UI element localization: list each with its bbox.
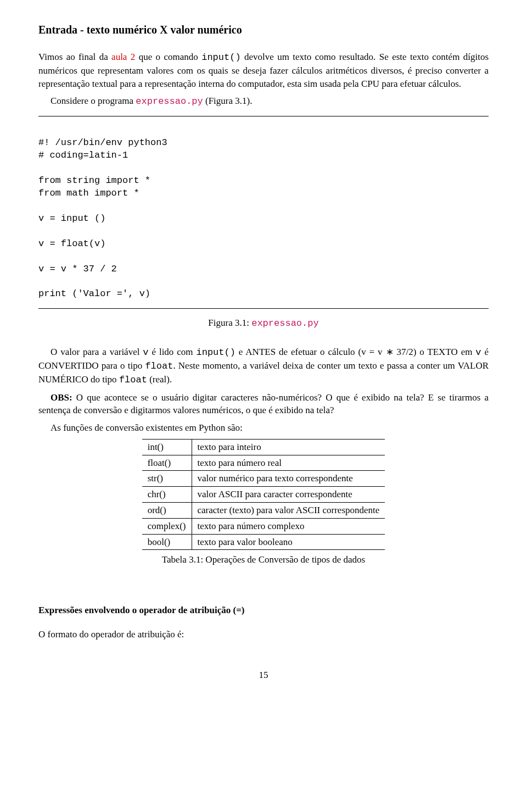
paragraph-funcs: As funções de conversão existentes em Py… (38, 421, 489, 435)
fn-cell: str() (142, 471, 192, 487)
caption-label: Figura 3.1: (208, 318, 251, 328)
table-row: int()texto para inteiro (142, 439, 385, 455)
paragraph-explain: O valor para a variável v é lido com inp… (38, 346, 489, 386)
code-line: v = v * 37 / 2 (38, 264, 117, 274)
table-row: chr()valor ASCII para caracter correspon… (142, 487, 385, 503)
table-caption: Tabela 3.1: Operações de Conversão de ti… (38, 553, 489, 566)
figure-caption: Figura 3.1: expressao.py (38, 316, 489, 330)
desc-cell: texto para inteiro (192, 439, 385, 455)
table-row: ord()caracter (texto) para valor ASCII c… (142, 503, 385, 519)
text: (Figura 3.1). (203, 96, 253, 106)
code-line: from string import * (38, 175, 150, 186)
code-inline-expressao: expressao.py (136, 96, 203, 107)
fn-cell: int() (142, 439, 192, 455)
text: é lido com (149, 347, 197, 357)
table-row: float()texto para número real (142, 455, 385, 471)
fn-cell: float() (142, 455, 192, 471)
paragraph-obs: OBS: O que acontece se o usuário digitar… (38, 391, 489, 418)
desc-cell: valor ASCII para caracter correspondente (192, 487, 385, 503)
desc-cell: caracter (texto) para valor ASCII corres… (192, 503, 385, 519)
code-inline-float2: float (119, 375, 147, 385)
code-line: v = input () (38, 213, 105, 224)
table-row: bool()texto para valor booleano (142, 534, 385, 550)
code-inline-v: v (143, 347, 148, 358)
code-line: # coding=latin-1 (38, 150, 128, 160)
code-rule-bottom (38, 308, 489, 309)
fn-cell: ord() (142, 503, 192, 519)
text: O que acontece se o usuário digitar cara… (38, 392, 489, 416)
obs-label: OBS: (51, 392, 72, 403)
caption-filename: expressao.py (251, 318, 318, 329)
fn-cell: chr() (142, 487, 192, 503)
code-line: v = float(v) (38, 238, 105, 249)
paragraph-consider: Considere o programa expressao.py (Figur… (38, 94, 489, 108)
page-number: 15 (38, 669, 489, 682)
text: Considere o programa (51, 96, 136, 106)
link-aula2[interactable]: aula 2 (111, 52, 135, 62)
text: (real). (147, 374, 172, 385)
desc-cell: texto para número complexo (192, 518, 385, 534)
code-inline-input2: input() (196, 347, 235, 358)
text: Vimos ao final da (38, 52, 111, 62)
table-row: complex()texto para número complexo (142, 518, 385, 534)
text: que o comando (135, 52, 201, 62)
code-line: from math import * (38, 188, 139, 198)
text: e ANTES de efetuar o cálculo (v = v ∗ 37… (236, 347, 475, 357)
desc-cell: texto para número real (192, 455, 385, 471)
paragraph-format: O formato do operador de atribuição é: (38, 628, 489, 641)
table-row: str()valor numérico para texto correspon… (142, 471, 385, 487)
code-inline-v2: v (475, 347, 481, 358)
code-inline-input: input() (201, 52, 240, 63)
section-heading: Entrada - texto numérico X valor numéric… (38, 22, 489, 37)
desc-cell: texto para valor booleano (192, 534, 385, 550)
code-listing: #! /usr/bin/env python3 # coding=latin-1… (38, 124, 489, 301)
code-line: print ('Valor =', v) (38, 288, 150, 299)
text: O valor para a variável (51, 347, 143, 357)
fn-cell: bool() (142, 534, 192, 550)
paragraph-intro: Vimos ao final da aula 2 que o comando i… (38, 51, 489, 90)
code-line: #! /usr/bin/env python3 (38, 137, 167, 148)
code-inline-float: float (145, 361, 173, 371)
desc-cell: valor numérico para texto correspondente (192, 471, 385, 487)
subsection-heading: Expressões envolvendo o operador de atri… (38, 604, 489, 617)
conversion-table: int()texto para inteiro float()texto par… (142, 439, 385, 550)
fn-cell: complex() (142, 518, 192, 534)
code-rule-top (38, 116, 489, 116)
